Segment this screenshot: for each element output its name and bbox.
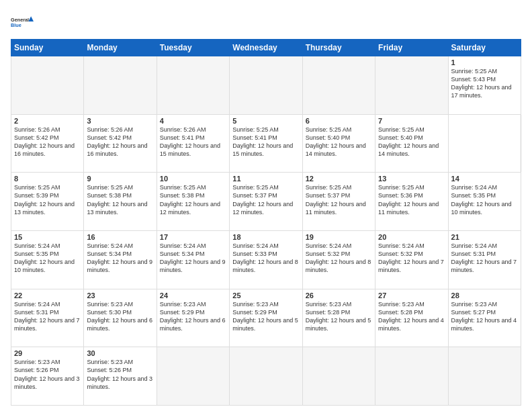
day-number: 13	[378, 175, 445, 183]
day-info: Sunrise: 5:24 AMSunset: 5:35 PMDaylight:…	[451, 183, 518, 216]
calendar-day-empty	[230, 347, 302, 406]
day-info: Sunrise: 5:24 AMSunset: 5:31 PMDaylight:…	[14, 300, 81, 333]
day-info: Sunrise: 5:24 AMSunset: 5:32 PMDaylight:…	[306, 242, 372, 275]
day-number: 7	[378, 117, 445, 125]
calendar-day-empty	[157, 347, 229, 406]
day-info: Sunrise: 5:23 AMSunset: 5:30 PMDaylight:…	[87, 300, 153, 333]
calendar-day: 17 Sunrise: 5:24 AMSunset: 5:34 PMDaylig…	[157, 230, 229, 289]
calendar-day: 23 Sunrise: 5:23 AMSunset: 5:30 PMDaylig…	[84, 289, 157, 347]
day-info: Sunrise: 5:25 AMSunset: 5:40 PMDaylight:…	[378, 126, 445, 158]
day-number: 14	[451, 175, 518, 183]
day-info: Sunrise: 5:25 AMSunset: 5:36 PMDaylight:…	[378, 183, 445, 216]
day-number: 18	[232, 233, 299, 241]
calendar-col-header: Wednesday	[230, 40, 302, 56]
calendar-day: 28 Sunrise: 5:23 AMSunset: 5:27 PMDaylig…	[448, 289, 521, 347]
day-info: Sunrise: 5:25 AMSunset: 5:38 PMDaylight:…	[87, 183, 153, 216]
calendar-col-header: Tuesday	[157, 40, 229, 56]
day-info: Sunrise: 5:25 AMSunset: 5:38 PMDaylight:…	[160, 183, 226, 216]
day-info: Sunrise: 5:23 AMSunset: 5:28 PMDaylight:…	[378, 300, 445, 333]
calendar-day: 12 Sunrise: 5:25 AMSunset: 5:37 PMDaylig…	[302, 173, 375, 231]
calendar-day-empty	[302, 347, 375, 406]
day-number: 11	[232, 175, 299, 183]
calendar-week-row: 22 Sunrise: 5:24 AMSunset: 5:31 PMDaylig…	[11, 289, 521, 347]
calendar-day: 2 Sunrise: 5:26 AMSunset: 5:42 PMDayligh…	[11, 114, 84, 173]
calendar-col-header: Sunday	[11, 40, 84, 56]
calendar-day: 30 Sunrise: 5:23 AMSunset: 5:26 PMDaylig…	[84, 347, 157, 406]
day-number: 8	[14, 175, 81, 183]
day-number: 29	[14, 349, 81, 357]
calendar-day: 13 Sunrise: 5:25 AMSunset: 5:36 PMDaylig…	[375, 173, 448, 231]
calendar-day: 6 Sunrise: 5:25 AMSunset: 5:40 PMDayligh…	[302, 114, 375, 173]
day-number: 19	[306, 233, 372, 241]
day-number: 1	[451, 58, 518, 66]
calendar-week-row: 29 Sunrise: 5:23 AMSunset: 5:26 PMDaylig…	[11, 347, 521, 406]
calendar-day-empty	[375, 347, 448, 406]
day-number: 26	[306, 291, 372, 300]
calendar-day: 25 Sunrise: 5:23 AMSunset: 5:29 PMDaylig…	[230, 289, 302, 347]
day-number: 27	[378, 291, 445, 300]
header: General Blue	[11, 11, 521, 34]
calendar-week-row: 1 Sunrise: 5:25 AMSunset: 5:43 PMDayligh…	[11, 56, 521, 115]
day-number: 23	[87, 291, 153, 300]
day-number: 15	[14, 233, 81, 241]
calendar-day: 21 Sunrise: 5:24 AMSunset: 5:31 PMDaylig…	[448, 230, 521, 289]
day-info: Sunrise: 5:24 AMSunset: 5:31 PMDaylight:…	[451, 242, 518, 275]
calendar-day: 9 Sunrise: 5:25 AMSunset: 5:38 PMDayligh…	[84, 173, 157, 231]
day-number: 4	[160, 117, 226, 125]
calendar-day-empty	[11, 56, 84, 115]
day-info: Sunrise: 5:23 AMSunset: 5:29 PMDaylight:…	[160, 300, 226, 333]
day-number: 24	[160, 291, 226, 300]
day-info: Sunrise: 5:24 AMSunset: 5:34 PMDaylight:…	[160, 242, 226, 275]
calendar-week-row: 15 Sunrise: 5:24 AMSunset: 5:35 PMDaylig…	[11, 230, 521, 289]
day-number: 25	[232, 291, 299, 300]
calendar-day: 11 Sunrise: 5:25 AMSunset: 5:37 PMDaylig…	[230, 173, 302, 231]
calendar-day-empty	[302, 56, 375, 115]
calendar-day: 3 Sunrise: 5:26 AMSunset: 5:42 PMDayligh…	[84, 114, 157, 173]
calendar-day-empty	[157, 56, 229, 115]
calendar-week-row: 8 Sunrise: 5:25 AMSunset: 5:39 PMDayligh…	[11, 173, 521, 231]
day-info: Sunrise: 5:25 AMSunset: 5:37 PMDaylight:…	[306, 183, 372, 216]
calendar-day: 20 Sunrise: 5:24 AMSunset: 5:32 PMDaylig…	[375, 230, 448, 289]
calendar-col-header: Thursday	[302, 40, 375, 56]
day-info: Sunrise: 5:24 AMSunset: 5:33 PMDaylight:…	[232, 242, 299, 275]
svg-marker-2	[28, 16, 34, 21]
day-info: Sunrise: 5:23 AMSunset: 5:28 PMDaylight:…	[306, 300, 372, 333]
day-info: Sunrise: 5:25 AMSunset: 5:39 PMDaylight:…	[14, 183, 81, 216]
day-number: 30	[87, 349, 153, 357]
calendar-day-empty	[448, 347, 521, 406]
day-number: 10	[160, 175, 226, 183]
day-number: 6	[306, 117, 372, 125]
calendar-day-empty	[375, 56, 448, 115]
day-info: Sunrise: 5:25 AMSunset: 5:41 PMDaylight:…	[232, 126, 299, 158]
calendar-day: 24 Sunrise: 5:23 AMSunset: 5:29 PMDaylig…	[157, 289, 229, 347]
day-info: Sunrise: 5:26 AMSunset: 5:41 PMDaylight:…	[160, 126, 226, 158]
day-info: Sunrise: 5:26 AMSunset: 5:42 PMDaylight:…	[87, 126, 153, 158]
day-info: Sunrise: 5:24 AMSunset: 5:34 PMDaylight:…	[87, 242, 153, 275]
day-number: 21	[451, 233, 518, 241]
day-info: Sunrise: 5:24 AMSunset: 5:35 PMDaylight:…	[14, 242, 81, 275]
day-info: Sunrise: 5:23 AMSunset: 5:26 PMDaylight:…	[87, 358, 153, 391]
day-info: Sunrise: 5:25 AMSunset: 5:37 PMDaylight:…	[232, 183, 299, 216]
calendar-day: 8 Sunrise: 5:25 AMSunset: 5:39 PMDayligh…	[11, 173, 84, 231]
day-number: 28	[451, 291, 518, 300]
calendar-day: 5 Sunrise: 5:25 AMSunset: 5:41 PMDayligh…	[230, 114, 302, 173]
calendar-col-header: Saturday	[448, 40, 521, 56]
calendar-col-header: Monday	[84, 40, 157, 56]
day-info: Sunrise: 5:25 AMSunset: 5:40 PMDaylight:…	[306, 126, 372, 158]
day-number: 17	[160, 233, 226, 241]
day-info: Sunrise: 5:24 AMSunset: 5:32 PMDaylight:…	[378, 242, 445, 275]
calendar-day: 10 Sunrise: 5:25 AMSunset: 5:38 PMDaylig…	[157, 173, 229, 231]
day-number: 20	[378, 233, 445, 241]
day-number: 22	[14, 291, 81, 300]
day-number: 3	[87, 117, 153, 125]
calendar-table: SundayMondayTuesdayWednesdayThursdayFrid…	[11, 39, 521, 406]
calendar-day: 19 Sunrise: 5:24 AMSunset: 5:32 PMDaylig…	[302, 230, 375, 289]
svg-text:Blue: Blue	[11, 22, 21, 28]
calendar-day: 29 Sunrise: 5:23 AMSunset: 5:26 PMDaylig…	[11, 347, 84, 406]
day-info: Sunrise: 5:26 AMSunset: 5:42 PMDaylight:…	[14, 126, 81, 158]
calendar-day: 26 Sunrise: 5:23 AMSunset: 5:28 PMDaylig…	[302, 289, 375, 347]
calendar-day: 15 Sunrise: 5:24 AMSunset: 5:35 PMDaylig…	[11, 230, 84, 289]
day-info: Sunrise: 5:23 AMSunset: 5:27 PMDaylight:…	[451, 300, 518, 333]
calendar-day: 1 Sunrise: 5:25 AMSunset: 5:43 PMDayligh…	[448, 56, 521, 115]
day-info: Sunrise: 5:25 AMSunset: 5:43 PMDaylight:…	[451, 67, 518, 100]
